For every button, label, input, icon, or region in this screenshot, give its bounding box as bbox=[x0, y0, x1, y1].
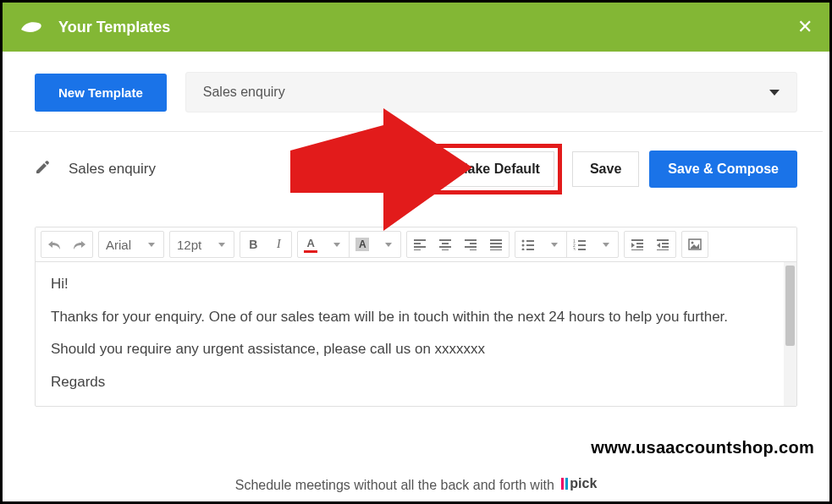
align-justify-icon[interactable] bbox=[483, 232, 509, 257]
action-row: Sales enquiry Make Default Save Save & C… bbox=[3, 132, 829, 206]
align-right-icon[interactable] bbox=[458, 232, 483, 257]
toolbar-color-group: A A bbox=[297, 231, 401, 258]
body-line: Regards bbox=[51, 372, 781, 393]
chevron-down-icon bbox=[551, 243, 558, 247]
pick-brand-text: pick bbox=[570, 476, 597, 491]
align-center-icon[interactable] bbox=[433, 232, 458, 257]
bullet-list-icon[interactable] bbox=[515, 232, 541, 257]
modal-title: Your Templates bbox=[58, 19, 170, 36]
close-icon[interactable]: ✕ bbox=[797, 16, 813, 38]
toolbar-history-group bbox=[41, 231, 93, 258]
modal-header: Your Templates ✕ bbox=[3, 3, 829, 52]
scrollbar-thumb[interactable] bbox=[785, 266, 795, 346]
svg-point-10 bbox=[691, 242, 694, 244]
rich-text-editor: Arial 12pt B I A A bbox=[35, 227, 797, 407]
watermark-text: www.usaaccountshop.com bbox=[591, 438, 814, 457]
undo-icon[interactable] bbox=[41, 232, 67, 257]
font-size-value: 12pt bbox=[170, 238, 208, 252]
chevron-down-icon bbox=[148, 243, 155, 247]
align-left-icon[interactable] bbox=[407, 232, 433, 257]
save-button[interactable]: Save bbox=[572, 151, 639, 187]
font-color-button[interactable]: A bbox=[298, 232, 323, 257]
toolbar-align-group bbox=[406, 231, 510, 258]
footer: Schedule meetings without all the back a… bbox=[3, 476, 829, 493]
chevron-down-icon bbox=[603, 243, 609, 247]
chevron-down-icon bbox=[769, 90, 780, 96]
editor-toolbar: Arial 12pt B I A A bbox=[36, 227, 796, 262]
bold-icon[interactable]: B bbox=[240, 232, 266, 257]
chevron-down-icon bbox=[218, 243, 225, 247]
template-select-value: Sales enquiry bbox=[203, 85, 285, 100]
annotation-highlight-box: Make Default bbox=[434, 144, 562, 194]
toolbar-style-group: B I bbox=[240, 231, 292, 258]
scrollbar[interactable] bbox=[784, 262, 796, 406]
body-line: Thanks for your enquiry. One of our sale… bbox=[51, 307, 781, 328]
template-select[interactable]: Sales enquiry bbox=[185, 72, 797, 112]
italic-icon[interactable]: I bbox=[266, 232, 291, 257]
svg-point-2 bbox=[522, 244, 525, 247]
pencil-icon[interactable] bbox=[35, 160, 50, 178]
insert-image-icon[interactable] bbox=[682, 232, 708, 257]
editor-body[interactable]: Hi! Thanks for your enquiry. One of our … bbox=[36, 262, 796, 406]
toolbar-image-group bbox=[681, 231, 708, 258]
toolbar-list-group: 123 bbox=[515, 231, 619, 258]
template-name-field[interactable]: Sales enquiry bbox=[69, 161, 424, 178]
chevron-down-icon bbox=[385, 243, 392, 247]
redo-icon[interactable] bbox=[67, 232, 92, 257]
svg-point-3 bbox=[522, 249, 525, 251]
indent-icon[interactable] bbox=[650, 232, 675, 257]
toolbar-font-size[interactable]: 12pt bbox=[169, 231, 234, 258]
body-line: Hi! bbox=[51, 274, 781, 295]
outdent-icon[interactable] bbox=[625, 232, 650, 257]
svg-marker-8 bbox=[657, 243, 660, 248]
make-default-button[interactable]: Make Default bbox=[442, 151, 554, 187]
toolbar-font-family[interactable]: Arial bbox=[98, 231, 164, 258]
svg-marker-7 bbox=[631, 243, 635, 248]
body-line: Should you require any urgent assistance… bbox=[51, 339, 781, 360]
footer-text: Schedule meetings without all the back a… bbox=[235, 478, 559, 492]
toolbar-indent-group bbox=[624, 231, 676, 258]
bg-color-button[interactable]: A bbox=[350, 232, 375, 257]
app-logo-icon bbox=[19, 19, 43, 35]
svg-text:3: 3 bbox=[573, 247, 576, 250]
top-controls: New Template Sales enquiry bbox=[3, 52, 829, 131]
chevron-down-icon bbox=[333, 243, 340, 247]
new-template-button[interactable]: New Template bbox=[35, 74, 167, 112]
svg-point-1 bbox=[522, 240, 525, 243]
numbered-list-icon[interactable]: 123 bbox=[567, 232, 592, 257]
header-left: Your Templates bbox=[19, 19, 170, 36]
font-family-value: Arial bbox=[99, 238, 138, 252]
pick-logo[interactable]: pick bbox=[561, 476, 597, 491]
save-compose-button[interactable]: Save & Compose bbox=[649, 151, 797, 188]
